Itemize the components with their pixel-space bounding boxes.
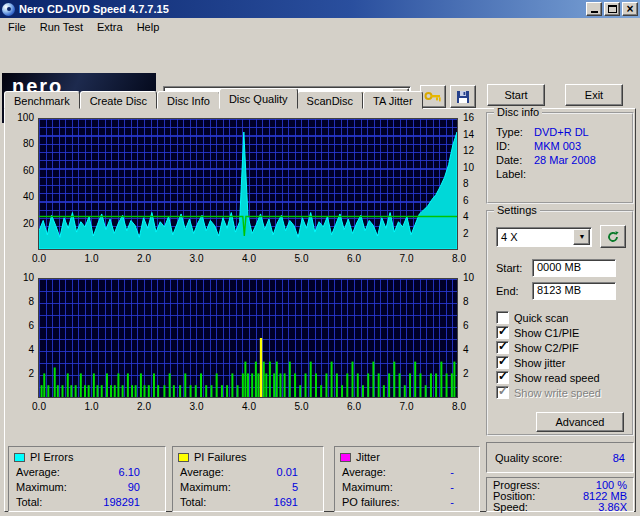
quality-score-value: 84 xyxy=(613,452,625,464)
axis-tick-label: 8 xyxy=(463,297,485,307)
checkbox-quick-scan[interactable]: ✓ Quick scan xyxy=(496,310,632,325)
axis-tick-label: 8.0 xyxy=(452,401,466,412)
tab-create-disc[interactable]: Create Disc xyxy=(80,91,157,109)
start-field[interactable]: 0000 MB xyxy=(532,259,616,277)
jitter-maximum-label: Maximum: xyxy=(342,481,404,493)
pie-average-value: 6.10 xyxy=(119,466,160,478)
axis-tick-label: 8.0 xyxy=(452,253,466,264)
disc-date-value: 28 Mar 2008 xyxy=(534,154,596,168)
checkbox-show-c1-pie-label: Show C1/PIE xyxy=(514,327,579,339)
pif-right-axis: 246810 xyxy=(8,272,486,420)
axis-tick-label: 4.0 xyxy=(242,253,256,264)
end-field[interactable]: 8123 MB xyxy=(532,282,616,300)
pie-total-label: Total: xyxy=(16,496,78,508)
menu-item-extra[interactable]: Extra xyxy=(90,19,130,35)
speed-select-value: 4 X xyxy=(497,231,573,243)
disc-id-label: ID: xyxy=(496,140,534,154)
tab-strip: Benchmark Create Disc Disc Info Disc Qua… xyxy=(4,88,423,109)
close-button[interactable]: × xyxy=(622,2,638,16)
axis-tick-label: 0.0 xyxy=(32,401,46,412)
axis-tick-label: 6 xyxy=(463,321,485,331)
tab-disc-info[interactable]: Disc Info xyxy=(157,91,220,109)
check-icon: ✓ xyxy=(498,339,508,353)
pie-right-axis: 246810121416 xyxy=(8,112,486,270)
checkbox-show-write-speed: ✓ Show write speed xyxy=(496,385,632,400)
axis-tick-label: 14 xyxy=(463,130,485,140)
axis-tick-label: 2 xyxy=(463,369,485,379)
axis-tick-label: 3.0 xyxy=(190,401,204,412)
pif-color-swatch xyxy=(178,453,189,462)
exit-button[interactable]: Exit xyxy=(565,84,623,106)
tab-ta-jitter[interactable]: TA Jitter xyxy=(363,91,423,109)
chevron-down-icon[interactable]: ▼ xyxy=(573,229,590,245)
checkbox-show-read-speed[interactable]: ✓ Show read speed xyxy=(496,370,632,385)
axis-tick-label: 6.0 xyxy=(347,401,361,412)
pif-total-label: Total: xyxy=(180,496,242,508)
speed-select[interactable]: 4 X ▼ xyxy=(496,227,592,247)
advanced-button[interactable]: Advanced xyxy=(536,412,624,432)
pie-maximum-value: 90 xyxy=(128,481,160,493)
checkbox-show-write-speed-label: Show write speed xyxy=(514,387,601,399)
progress-panel: Progress:100 % Position:8122 MB Speed:3.… xyxy=(486,477,634,512)
po-failures-label: PO failures: xyxy=(342,496,404,508)
menu-item-file[interactable]: File xyxy=(1,19,33,35)
axis-tick-label: 5.0 xyxy=(295,253,309,264)
checkbox-show-c2-pif[interactable]: ✓ Show C2/PIF xyxy=(496,340,632,355)
options-button[interactable] xyxy=(420,85,446,108)
checkbox-box: ✓ xyxy=(496,356,509,369)
quality-score-panel: Quality score: 84 xyxy=(486,442,634,473)
pif-average-value: 0.01 xyxy=(277,466,318,478)
save-button[interactable] xyxy=(450,85,476,108)
disc-date-label: Date: xyxy=(496,154,534,168)
axis-tick-label: 12 xyxy=(463,146,485,156)
tab-scandisc[interactable]: ScanDisc xyxy=(297,91,363,109)
disc-label-label: Label: xyxy=(496,168,534,182)
window-title: Nero CD-DVD Speed 4.7.7.15 xyxy=(19,3,584,15)
menu-item-help[interactable]: Help xyxy=(130,19,167,35)
check-icon: ✓ xyxy=(498,324,508,338)
maximize-button[interactable] xyxy=(604,2,620,16)
pif-stats-title: PI Failures xyxy=(194,451,247,463)
checkbox-box: ✓ xyxy=(496,371,509,384)
start-field-label: Start: xyxy=(496,262,532,274)
checkbox-box: ✓ xyxy=(496,341,509,354)
axis-tick-label: 2.0 xyxy=(137,253,151,264)
axis-tick-label: 10 xyxy=(463,163,485,173)
start-button[interactable]: Start xyxy=(487,84,545,106)
axis-tick-label: 3.0 xyxy=(190,253,204,264)
minimize-button[interactable] xyxy=(586,2,602,16)
axis-tick-label: 7.0 xyxy=(400,253,414,264)
pi-errors-stats-panel: PI Errors Average:6.10 Maximum:90 Total:… xyxy=(8,446,166,512)
tab-disc-quality[interactable]: Disc Quality xyxy=(219,88,298,109)
maximize-icon xyxy=(608,5,617,13)
speed-value: 3.86X xyxy=(598,502,627,513)
checkbox-show-jitter[interactable]: ✓ Show jitter xyxy=(496,355,632,370)
menu-item-run-test[interactable]: Run Test xyxy=(33,19,90,35)
title-bar: Nero CD-DVD Speed 4.7.7.15 × xyxy=(0,0,640,18)
checkbox-box: ✓ xyxy=(496,386,509,399)
axis-tick-label: 4 xyxy=(463,212,485,222)
refresh-icon xyxy=(606,230,620,244)
end-field-label: End: xyxy=(496,285,532,297)
disc-type-value: DVD+R DL xyxy=(534,126,589,140)
settings-group: Settings 4 X ▼ Start: 0000 MB End: 8123 … xyxy=(486,210,634,436)
pif-maximum-value: 5 xyxy=(292,481,318,493)
tab-benchmark[interactable]: Benchmark xyxy=(4,91,80,109)
axis-tick-label: 16 xyxy=(463,113,485,123)
axis-tick-label: 1.0 xyxy=(85,401,99,412)
pif-average-label: Average: xyxy=(180,466,242,478)
tools-icon xyxy=(424,90,442,104)
checkbox-show-c1-pie[interactable]: ✓ Show C1/PIE xyxy=(496,325,632,340)
close-icon: × xyxy=(626,4,633,14)
pi-errors-chart: 20406080100 246810121416 0.01.02.03.04.0… xyxy=(8,112,486,270)
pie-x-axis: 0.01.02.03.04.05.06.07.08.0 xyxy=(8,253,486,265)
refresh-button[interactable] xyxy=(600,225,626,248)
check-icon: ✓ xyxy=(498,354,508,368)
axis-tick-label: 6 xyxy=(463,196,485,206)
minimize-icon xyxy=(591,11,598,13)
jitter-maximum-value: - xyxy=(450,481,474,493)
axis-tick-label: 10 xyxy=(463,273,485,283)
axis-tick-label: 4.0 xyxy=(242,401,256,412)
pie-stats-title: PI Errors xyxy=(30,451,73,463)
axis-tick-label: 2 xyxy=(463,229,485,239)
